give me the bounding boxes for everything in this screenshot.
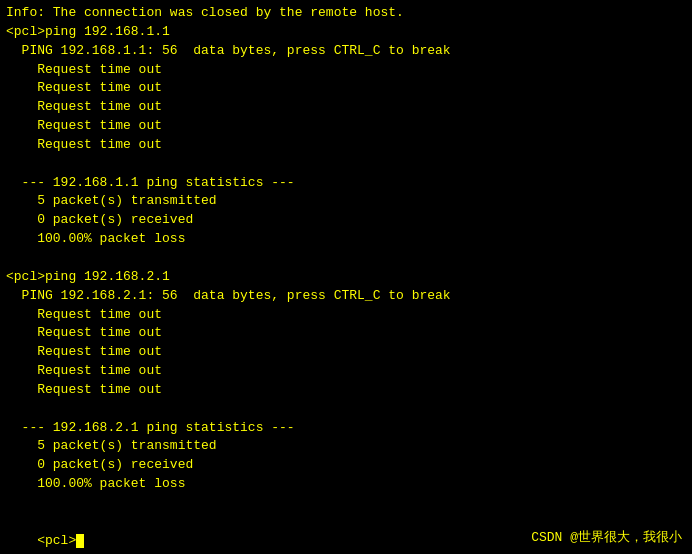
timeout-2-3: Request time out	[6, 343, 686, 362]
packet-loss-1: 100.00% packet loss	[6, 230, 686, 249]
timeout-2-2: Request time out	[6, 324, 686, 343]
info-line: Info: The connection was closed by the r…	[6, 4, 686, 23]
stats-header-1: --- 192.168.1.1 ping statistics ---	[6, 174, 686, 193]
timeout-1-2: Request time out	[6, 79, 686, 98]
empty-2	[6, 249, 686, 268]
terminal-window[interactable]: Info: The connection was closed by the r…	[0, 0, 692, 554]
timeout-1-1: Request time out	[6, 61, 686, 80]
prompt-text: <pcl>	[37, 533, 76, 548]
timeout-2-4: Request time out	[6, 362, 686, 381]
prompt-line-2: <pcl>ping 192.168.2.1	[6, 268, 686, 287]
packet-loss-2: 100.00% packet loss	[6, 475, 686, 494]
watermark: CSDN @世界很大，我很小	[531, 528, 682, 546]
ping-header-1: PING 192.168.1.1: 56 data bytes, press C…	[6, 42, 686, 61]
stats-header-2: --- 192.168.2.1 ping statistics ---	[6, 419, 686, 438]
transmitted-1: 5 packet(s) transmitted	[6, 192, 686, 211]
timeout-2-5: Request time out	[6, 381, 686, 400]
timeout-1-3: Request time out	[6, 98, 686, 117]
prompt-line-1: <pcl>ping 192.168.1.1	[6, 23, 686, 42]
cursor	[76, 534, 84, 548]
ping-header-2: PING 192.168.2.1: 56 data bytes, press C…	[6, 287, 686, 306]
timeout-1-5: Request time out	[6, 136, 686, 155]
empty-3	[6, 400, 686, 419]
received-1: 0 packet(s) received	[6, 211, 686, 230]
empty-1	[6, 155, 686, 174]
timeout-1-4: Request time out	[6, 117, 686, 136]
timeout-2-1: Request time out	[6, 306, 686, 325]
transmitted-2: 5 packet(s) transmitted	[6, 437, 686, 456]
empty-4	[6, 494, 686, 513]
received-2: 0 packet(s) received	[6, 456, 686, 475]
